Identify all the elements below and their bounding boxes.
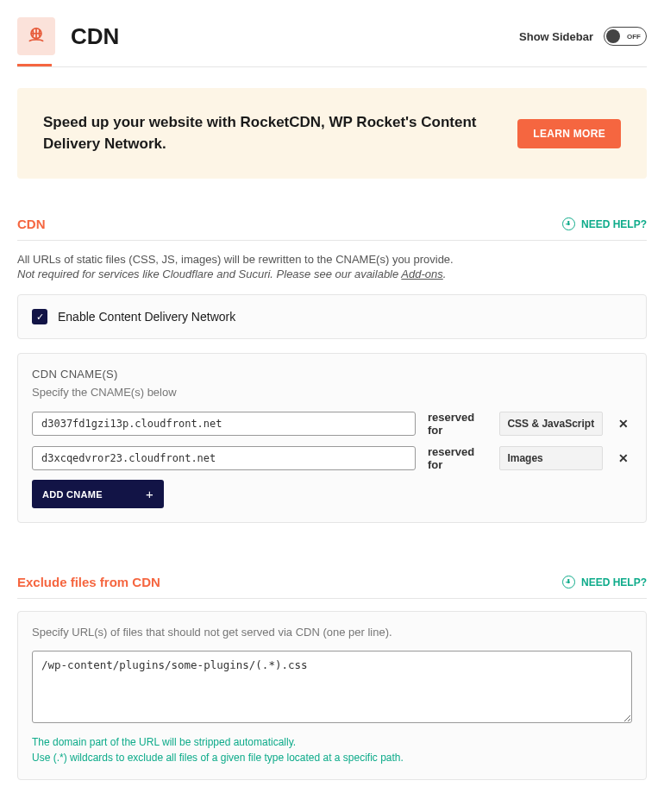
header-left: CDN [17,17,119,55]
enable-cdn-checkbox[interactable]: ✓ [32,309,47,324]
promo-text: Speed up your website with RocketCDN, WP… [43,112,497,154]
zone-select[interactable]: CSS & JavaScript [499,412,603,436]
promo-banner: Speed up your website with RocketCDN, WP… [17,88,647,179]
show-sidebar-label: Show Sidebar [519,30,593,43]
cname-row: reserved for CSS & JavaScript ✕ [32,411,632,437]
cdn-section-desc: All URLs of static files (CSS, JS, image… [17,253,647,266]
addons-link[interactable]: Add-ons [401,268,442,280]
lifebuoy-icon [562,217,575,230]
cname-input[interactable] [32,446,416,470]
note-suffix: . [443,268,447,280]
cnames-desc: Specify the CNAME(s) below [32,386,632,399]
exclude-panel: Specify URL(s) of files that should not … [17,611,647,780]
exclude-section-title: Exclude files from CDN [17,575,160,589]
learn-more-button[interactable]: LEARN MORE [517,119,621,148]
enable-cdn-panel: ✓ Enable Content Delivery Network [17,294,647,339]
header-right: Show Sidebar OFF [519,27,647,46]
enable-cdn-row: ✓ Enable Content Delivery Network [32,309,632,324]
reserved-for-label: reserved for [428,445,487,471]
add-cname-button[interactable]: ADD CNAME + [32,480,164,508]
lifebuoy-icon [562,576,575,589]
page-title: CDN [71,23,119,50]
zone-value: CSS & JavaScript [507,418,594,430]
tab-indicator [17,66,647,67]
add-cname-label: ADD CNAME [42,489,103,500]
cnames-panel: CDN CNAME(S) Specify the CNAME(s) below … [17,353,647,523]
cdn-help-link[interactable]: NEED HELP? [562,217,647,230]
exclude-textarea[interactable] [32,651,632,723]
cdn-section-header: CDN NEED HELP? [17,217,647,241]
remove-cname-button[interactable]: ✕ [615,417,632,431]
help-label: NEED HELP? [581,218,647,230]
exclude-help-link[interactable]: NEED HELP? [562,576,647,589]
exclude-desc: Specify URL(s) of files that should not … [32,626,632,639]
cnames-title: CDN CNAME(S) [32,368,632,381]
sidebar-toggle[interactable]: OFF [604,27,647,46]
page-header: CDN Show Sidebar OFF [17,17,647,55]
cdn-section-note: Not required for services like Cloudflar… [17,268,647,280]
exclude-section-header: Exclude files from CDN NEED HELP? [17,575,647,599]
reserved-for-label: reserved for [428,411,487,437]
help-label: NEED HELP? [581,576,647,589]
plus-icon: + [146,487,153,501]
enable-cdn-label: Enable Content Delivery Network [58,310,235,324]
cname-input[interactable] [32,412,416,436]
exclude-hint-2: Use (.*) wildcards to exclude all files … [32,751,632,765]
exclude-hint-1: The domain part of the URL will be strip… [32,735,632,750]
zone-value: Images [507,452,542,464]
remove-cname-button[interactable]: ✕ [615,451,632,465]
cdn-section-title: CDN [17,217,46,231]
cname-row: reserved for Images ✕ [32,445,632,471]
cdn-icon [17,17,55,55]
zone-select[interactable]: Images [499,446,603,470]
toggle-state: OFF [627,33,641,41]
note-prefix: Not required for services like Cloudflar… [17,268,401,280]
